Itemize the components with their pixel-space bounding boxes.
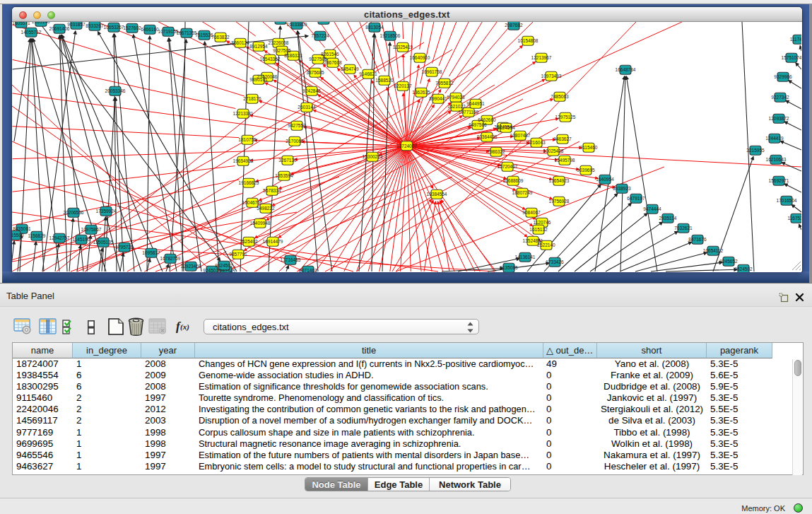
svg-text:1588520: 1588520 [375,78,394,83]
svg-text:3875685: 3875685 [306,70,324,75]
svg-text:8912954: 8912954 [249,44,268,49]
svg-text:7955812: 7955812 [435,81,454,86]
svg-text:16543362: 16543362 [260,57,281,62]
svg-text:8471676: 8471676 [688,237,707,242]
svg-text:8220137: 8220137 [394,83,412,88]
svg-text:2170065: 2170065 [286,139,304,144]
svg-text:1167533: 1167533 [788,216,801,221]
svg-text:16210643: 16210643 [766,157,787,162]
svg-text:9624502: 9624502 [215,263,233,268]
svg-text:7625402: 7625402 [240,239,258,244]
svg-text:16033809: 16033809 [287,22,307,27]
svg-text:2935114: 2935114 [659,216,677,221]
svg-text:6466160: 6466160 [141,27,159,32]
svg-text:9039695: 9039695 [577,168,595,173]
svg-text:9031857: 9031857 [67,22,86,27]
svg-text:20364436: 20364436 [477,134,498,139]
svg-text:18724007: 18724007 [396,144,417,148]
svg-text:2867608: 2867608 [324,60,342,65]
svg-text:7357224: 7357224 [311,33,329,38]
svg-text:14136141: 14136141 [515,255,536,259]
svg-text:1145190: 1145190 [73,237,90,242]
svg-text:1615132: 1615132 [529,227,548,232]
svg-text:20206536: 20206536 [64,210,84,215]
svg-text:9890161: 9890161 [249,77,268,82]
svg-text:1117404: 1117404 [790,37,801,42]
svg-text:6497566: 6497566 [469,122,487,127]
svg-text:23226058: 23226058 [269,40,289,45]
svg-text:3624554: 3624554 [497,125,515,130]
svg-text:19756928: 19756928 [549,199,570,204]
svg-text:17016504: 17016504 [777,198,797,203]
svg-text:15495798: 15495798 [555,158,575,163]
svg-text:1120746: 1120746 [534,220,551,225]
svg-text:8186323: 8186323 [284,53,302,58]
svg-text:10973493: 10973493 [541,74,562,78]
svg-text:3915503: 3915503 [12,233,24,238]
svg-text:10654112: 10654112 [703,248,724,253]
svg-text:6216043: 6216043 [527,140,546,145]
svg-text:9329966: 9329966 [774,74,792,79]
svg-text:5498222: 5498222 [257,206,275,211]
svg-text:9084067: 9084067 [522,210,541,215]
svg-text:10719155: 10719155 [158,29,179,34]
svg-text:14055712: 14055712 [21,30,42,35]
svg-text:15300223: 15300223 [363,154,383,159]
svg-text:10154808: 10154808 [518,38,539,43]
svg-text:7632621: 7632621 [674,226,693,230]
svg-text:9427552: 9427552 [288,123,306,128]
svg-text:1527602: 1527602 [123,25,141,30]
svg-text:1733426: 1733426 [546,259,564,264]
svg-text:8435061: 8435061 [13,226,31,231]
svg-text:10807487: 10807487 [510,133,531,138]
svg-text:3215955: 3215955 [746,148,765,153]
svg-text:15751074: 15751074 [782,55,801,60]
svg-text:10688609: 10688609 [503,178,524,183]
svg-text:9135085: 9135085 [500,265,518,270]
svg-text:12093872: 12093872 [769,116,789,121]
svg-text:6794028: 6794028 [447,95,465,100]
svg-text:8660124: 8660124 [231,40,249,45]
svg-text:2522140: 2522140 [537,243,555,247]
svg-text:13654923: 13654923 [549,178,570,183]
svg-text:1605571: 1605571 [12,22,30,25]
svg-text:9644951: 9644951 [466,101,485,106]
svg-text:12975125: 12975125 [555,115,576,119]
svg-text:7663822: 7663822 [211,35,230,40]
svg-text:1621022: 1621022 [447,104,466,109]
svg-text:6462660: 6462660 [478,117,496,122]
svg-text:9474444: 9474444 [643,206,661,211]
svg-text:9245652: 9245652 [719,259,738,264]
svg-text:16648784: 16648784 [616,67,636,72]
svg-text:1795725: 1795725 [115,245,134,250]
svg-text:12213381: 12213381 [233,111,254,116]
svg-text:8071463: 8071463 [299,268,317,271]
svg-text:15720407: 15720407 [498,164,518,169]
svg-text:3267130: 3267130 [278,158,297,163]
svg-text:16914479: 16914479 [263,239,283,244]
svg-text:11325419: 11325419 [393,45,413,49]
svg-text:16782759: 16782759 [160,256,181,261]
svg-text:5578334: 5578334 [263,188,281,193]
svg-text:(x): (x) [180,322,189,332]
svg-text:8454749: 8454749 [341,66,359,71]
svg-text:12942757: 12942757 [49,235,70,240]
svg-text:8533267: 8533267 [86,23,104,28]
svg-text:7485063: 7485063 [551,94,569,99]
svg-text:19654932: 19654932 [233,158,254,163]
svg-text:15409948: 15409948 [250,221,271,226]
svg-text:9227342: 9227342 [771,95,789,100]
svg-text:12505135: 12505135 [93,240,114,245]
svg-text:20691406: 20691406 [49,26,70,31]
svg-text:19771169: 19771169 [459,110,479,115]
svg-text:1156829: 1156829 [28,233,46,238]
svg-text:1095817: 1095817 [142,250,160,255]
svg-text:19384554: 19384554 [427,192,447,197]
svg-text:1362635: 1362635 [412,90,430,95]
svg-text:1244419: 1244419 [765,136,784,141]
svg-text:7986322: 7986322 [487,149,505,154]
svg-text:19166825: 19166825 [239,180,259,185]
svg-text:9146821: 9146821 [359,71,377,76]
svg-text:12923468: 12923468 [181,264,201,269]
svg-text:9327505: 9327505 [273,48,291,53]
